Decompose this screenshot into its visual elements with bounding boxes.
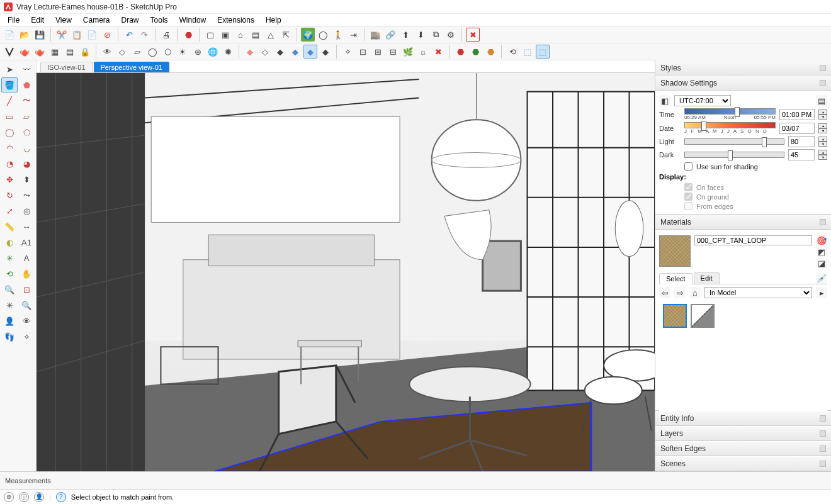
collapse-icon[interactable] — [820, 461, 826, 467]
dome-icon[interactable]: ⊕ — [191, 45, 205, 59]
collapse-icon[interactable] — [820, 65, 826, 71]
open-file-icon[interactable]: 📂 — [18, 28, 31, 42]
solid-intersect-icon[interactable]: ⬣ — [483, 45, 497, 59]
menu-edit[interactable]: Edit — [26, 14, 49, 26]
panel-entity-info-head[interactable]: Entity Info — [655, 411, 831, 426]
rectangle-icon[interactable]: ▭ — [1, 109, 18, 124]
orbit-tool-icon[interactable]: ⟲ — [1, 266, 18, 281]
circle-icon[interactable]: ◯ — [1, 125, 18, 140]
back-face-icon[interactable]: ◪ — [816, 258, 827, 268]
offset-icon[interactable]: ◎ — [18, 203, 35, 218]
date-slider[interactable] — [684, 122, 776, 128]
toggle-terrain-icon[interactable]: ✖ — [466, 28, 480, 42]
pan-icon[interactable]: ⬚ — [521, 45, 534, 59]
material-library-select[interactable]: In Model — [704, 287, 812, 298]
zoom-icon[interactable]: ⬚ — [536, 45, 550, 59]
dark-slider[interactable] — [684, 152, 784, 158]
menu-draw[interactable]: Draw — [116, 14, 144, 26]
collapse-icon[interactable] — [820, 415, 826, 422]
shadows-toggle-icon[interactable]: ☼ — [416, 45, 430, 59]
create-material-icon[interactable]: 🎯 — [816, 235, 827, 245]
dark-input[interactable] — [788, 149, 815, 160]
menu-file[interactable]: File — [3, 14, 25, 26]
look-around-icon[interactable]: 👁 — [18, 313, 35, 328]
solid-union-icon[interactable]: ⬣ — [453, 45, 467, 59]
style-hidden-icon[interactable]: ◆ — [273, 45, 287, 59]
walk-icon[interactable]: 👣 — [1, 329, 18, 344]
dark-spinner[interactable]: ▴▾ — [818, 150, 827, 160]
zoom-extents-icon[interactable]: ✳ — [1, 298, 18, 313]
lasso-tool-icon[interactable]: 〰 — [18, 62, 35, 77]
fog-icon[interactable]: 🌿 — [401, 45, 415, 59]
shadow-detail-icon[interactable]: ▤ — [816, 95, 827, 106]
material-name-input[interactable] — [694, 235, 812, 245]
profile-icon[interactable]: 👤 — [34, 492, 44, 502]
viewport-3d[interactable] — [37, 73, 655, 471]
axes-tool-icon[interactable]: ✳ — [1, 250, 18, 266]
followme-icon[interactable]: ⤳ — [18, 188, 35, 203]
vray-batch-icon[interactable]: ▤ — [63, 45, 77, 59]
camera-standard-icon[interactable]: 👁 — [100, 45, 114, 59]
settings-icon[interactable]: ⚙ — [444, 28, 458, 42]
vray-render-icon[interactable]: 🫖 — [18, 45, 31, 59]
vray-logo-icon[interactable] — [3, 45, 16, 59]
copy-icon[interactable]: 📋 — [70, 28, 84, 42]
scene-tab-perspective[interactable]: Perspective view-01 — [94, 62, 169, 72]
select-tool-icon[interactable]: ➤ — [1, 62, 18, 77]
axes-icon[interactable]: ✖ — [431, 45, 445, 59]
light-input[interactable] — [788, 136, 815, 147]
collapse-icon[interactable] — [820, 430, 826, 437]
style-shaded-icon[interactable]: ◆ — [288, 45, 302, 59]
new-file-icon[interactable]: 📄 — [3, 28, 16, 42]
vray-lock-icon[interactable]: 🔒 — [78, 45, 92, 59]
perspective-icon[interactable]: ▱ — [130, 45, 144, 59]
panel-materials-head[interactable]: Materials — [655, 215, 831, 230]
download-icon[interactable]: ⬇ — [414, 28, 427, 42]
two-point-icon[interactable]: ◯ — [145, 45, 159, 59]
3dtext-icon[interactable]: A — [18, 250, 35, 266]
make-group-icon[interactable]: ▣ — [218, 28, 232, 42]
cut-icon[interactable]: ✂️ — [55, 28, 69, 42]
geo-icon[interactable]: ⊕ — [4, 492, 14, 502]
print-icon[interactable]: 🖨 — [159, 28, 173, 42]
section-tool-icon[interactable]: ✧ — [18, 329, 35, 344]
arc2-icon[interactable]: ◡ — [18, 140, 35, 155]
collapse-icon[interactable] — [820, 219, 826, 225]
scene-tab-iso[interactable]: ISO-view-01 — [40, 62, 93, 72]
section-cut-icon[interactable]: ⊞ — [371, 45, 385, 59]
text-tool-icon[interactable]: A1 — [18, 235, 35, 250]
freehand-icon[interactable]: 〜 — [18, 93, 35, 108]
style-shaded-textures-icon[interactable]: ◆ — [303, 45, 317, 59]
swatch-default[interactable] — [691, 304, 715, 328]
zoom-tool-icon[interactable]: 🔍 — [1, 282, 18, 297]
eyedropper-icon[interactable]: 💉 — [816, 272, 827, 284]
style-monochrome-icon[interactable]: ◆ — [319, 45, 332, 59]
panel-shadow-head[interactable]: Shadow Settings — [655, 76, 831, 91]
globe-icon[interactable]: 🌐 — [206, 45, 220, 59]
vray-interactive-icon[interactable]: 🫖 — [33, 45, 47, 59]
materials-tab-edit[interactable]: Edit — [694, 272, 720, 284]
explode-icon[interactable]: ▤ — [249, 28, 263, 42]
move-icon[interactable]: ✥ — [1, 172, 18, 187]
section-display-icon[interactable]: ⊡ — [356, 45, 370, 59]
swatch-tan-loop[interactable] — [663, 304, 687, 328]
menu-tools[interactable]: Tools — [145, 14, 173, 26]
extension-manager-icon[interactable]: ⧉ — [429, 28, 443, 42]
delete-icon[interactable]: ⊘ — [100, 28, 114, 42]
materials-tab-select[interactable]: Select — [659, 273, 692, 284]
save-icon[interactable]: 💾 — [33, 28, 47, 42]
position-camera-icon[interactable]: 👤 — [1, 313, 18, 328]
protractor-icon[interactable]: ◐ — [1, 235, 18, 250]
panel-styles-head[interactable]: Styles — [655, 60, 831, 76]
panel-layers-head[interactable]: Layers — [655, 426, 831, 441]
share-icon[interactable]: 🔗 — [383, 28, 397, 42]
menu-camera[interactable]: Camera — [78, 14, 115, 26]
nav-home-icon[interactable]: ⌂ — [689, 287, 701, 298]
vray-framebuf-icon[interactable]: ▦ — [48, 45, 62, 59]
line-tool-icon[interactable]: ╱ — [1, 93, 18, 108]
nav-back-icon[interactable]: ⇦ — [659, 287, 670, 298]
time-input[interactable] — [779, 109, 815, 120]
tape-icon[interactable]: 📏 — [1, 219, 18, 234]
iso-icon[interactable]: ◇ — [115, 45, 129, 59]
zoom-window-icon[interactable]: ⊡ — [18, 282, 35, 297]
